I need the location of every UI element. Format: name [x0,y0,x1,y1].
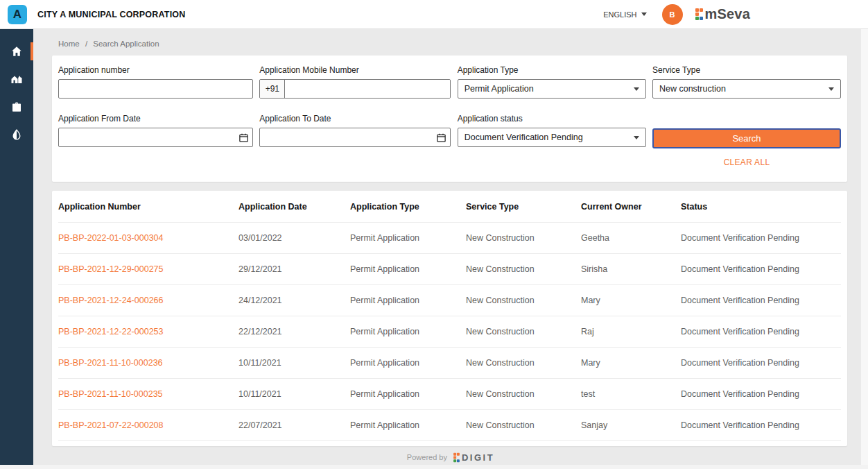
mobile-number-input[interactable] [285,80,450,98]
sidebar-item-water[interactable] [0,121,33,148]
table-row: PB-BP-2021-11-10-000235 10/11/2021 Permi… [58,378,841,409]
application-date-cell: 22/12/2021 [238,327,350,336]
status-cell: Document Verification Pending [681,389,841,399]
status-cell: Document Verification Pending [681,358,841,368]
application-number-link[interactable]: PB-BP-2021-11-10-000236 [58,358,238,368]
field-to-date: Application To Date [259,114,451,148]
table-row: PB-BP-2021-12-24-000266 24/12/2021 Permi… [58,284,841,316]
breadcrumb-home[interactable]: Home [58,40,80,48]
results-table-card: Application Number Application Date Appl… [52,191,847,446]
application-type-select[interactable]: Permit Application [458,79,646,99]
from-date-input[interactable] [59,133,234,142]
service-type-cell: New Construction [466,358,581,368]
field-service-type: Service Type New construction [652,65,841,99]
sidebar-item-property[interactable] [0,65,33,93]
service-type-label: Service Type [652,65,841,75]
field-application-number: Application number [58,65,253,99]
table-row: PB-BP-2021-07-22-000208 22/07/2021 Permi… [58,409,841,441]
table-row: PB-BP-2021-11-10-000236 10/11/2021 Permi… [58,347,841,378]
application-number-link[interactable]: PB-BP-2021-12-29-000275 [58,264,238,274]
mobile-number-group: +91 [259,79,451,99]
calendar-icon [238,133,249,143]
application-status-label: Application status [458,114,646,123]
city-logo[interactable]: A [8,5,27,24]
app-root: A CITY A MUNICIPAL CORPORATION ENGLISH B… [0,0,868,469]
to-date-calendar-button[interactable] [432,128,450,146]
status-cell: Document Verification Pending [681,420,841,430]
status-cell: Document Verification Pending [681,264,841,274]
column-current-owner: Current Owner [581,202,681,212]
main-content: Home / Search Application Application nu… [33,29,868,469]
application-type-cell: Permit Application [350,327,466,336]
service-type-cell: New Construction [466,264,581,274]
application-number-link[interactable]: PB-BP-2021-12-24-000266 [58,296,238,305]
mobile-prefix: +91 [260,80,285,98]
language-selector[interactable]: ENGLISH [603,10,646,19]
top-header: A CITY A MUNICIPAL CORPORATION ENGLISH B… [0,0,868,29]
service-type-cell: New Construction [466,389,581,399]
application-type-cell: Permit Application [350,233,466,243]
current-owner-cell: test [581,389,681,399]
service-type-cell: New Construction [466,327,581,336]
clear-row: CLEAR ALL [58,148,841,167]
application-type-cell: Permit Application [350,389,466,399]
to-date-label: Application To Date [259,114,451,123]
application-type-value: Permit Application [465,84,534,94]
service-type-cell: New Construction [466,420,581,430]
table-body: PB-BP-2022-01-03-000304 03/01/2022 Permi… [58,222,841,441]
field-application-type: Application Type Permit Application [458,65,646,99]
column-application-number: Application Number [58,202,238,212]
from-date-calendar-button[interactable] [234,128,252,146]
city-name: CITY A MUNICIPAL CORPORATION [37,10,185,19]
chevron-down-icon [634,136,639,139]
application-number-link[interactable]: PB-BP-2021-12-22-000253 [58,327,238,336]
property-icon [10,73,23,85]
digit-dots-icon [453,452,460,462]
breadcrumb-current: Search Application [93,40,159,48]
calendar-icon [436,133,446,143]
user-avatar[interactable]: B [662,4,683,25]
current-owner-cell: Sirisha [581,264,681,274]
clear-all-link[interactable]: CLEAR ALL [652,157,841,167]
page-footer: Powered by DIGIT [33,450,868,465]
application-status-select[interactable]: Document Verification Pending [458,128,646,147]
application-type-cell: Permit Application [350,264,466,274]
current-owner-cell: Mary [581,358,681,368]
application-date-cell: 22/07/2021 [238,420,350,430]
service-type-select[interactable]: New construction [652,79,841,99]
application-number-input[interactable] [58,79,253,99]
sidebar-item-employee[interactable] [0,93,33,121]
field-search-action: Search [652,114,841,148]
search-form-card: Application number Application Mobile Nu… [52,56,847,182]
to-date-input[interactable] [260,133,432,142]
mobile-number-label: Application Mobile Number [259,65,451,75]
search-button[interactable]: Search [652,128,841,148]
application-number-link[interactable]: PB-BP-2021-07-22-000208 [58,420,238,430]
application-status-value: Document Verification Pending [465,133,583,142]
current-owner-cell: Mary [581,296,681,305]
sidebar-item-home[interactable] [0,37,33,65]
current-owner-cell: Raj [581,327,681,336]
language-label: ENGLISH [603,10,636,19]
service-type-cell: New Construction [466,296,581,305]
application-date-cell: 24/12/2021 [238,296,350,305]
application-number-link[interactable]: PB-BP-2022-01-03-000304 [58,233,238,243]
field-mobile-number: Application Mobile Number +91 [259,65,451,99]
form-row-1: Application number Application Mobile Nu… [58,65,841,99]
column-status: Status [681,202,841,212]
table-header-row: Application Number Application Date Appl… [58,191,841,222]
table-row: PB-BP-2021-12-22-000253 22/12/2021 Permi… [58,316,841,347]
application-date-cell: 03/01/2022 [238,233,350,243]
field-application-status: Application status Document Verification… [458,114,646,148]
status-cell: Document Verification Pending [681,233,841,243]
field-from-date: Application From Date [58,114,253,148]
digit-logo: DIGIT [453,452,494,463]
digit-brand-text: DIGIT [462,452,494,463]
application-number-link[interactable]: PB-BP-2021-11-10-000235 [58,389,238,399]
application-type-cell: Permit Application [350,420,466,430]
current-owner-cell: Geetha [581,233,681,243]
to-date-group [259,128,451,147]
water-drop-icon [10,128,23,141]
breadcrumb: Home / Search Application [58,40,159,48]
table-row: PB-BP-2021-12-29-000275 29/12/2021 Permi… [58,253,841,284]
